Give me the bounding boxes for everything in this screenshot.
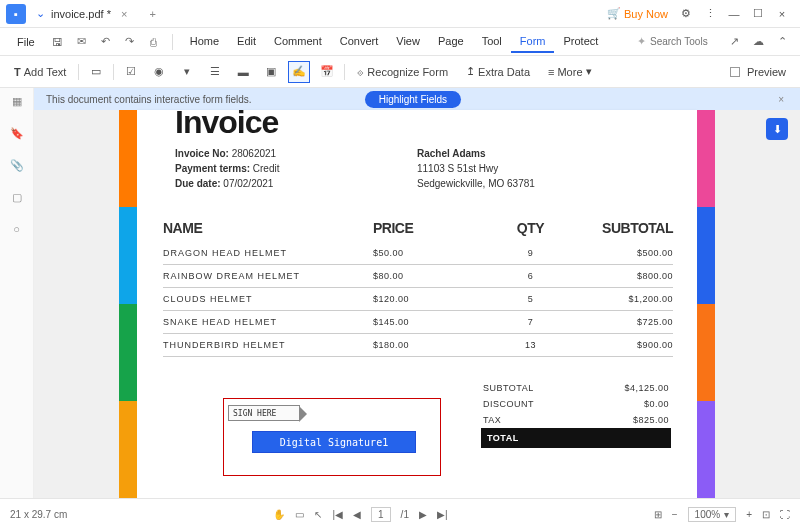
bookmarks-icon[interactable]: 🔖 — [8, 124, 26, 142]
minimize-button[interactable]: — — [722, 4, 746, 24]
checkbox-field-icon[interactable]: ☑ — [120, 61, 142, 83]
prev-page-icon[interactable]: ◀ — [353, 509, 361, 520]
close-banner-icon[interactable]: × — [774, 94, 788, 105]
menu-edit[interactable]: Edit — [228, 31, 265, 53]
banner-message: This document contains interactive form … — [46, 94, 252, 105]
fullscreen-icon[interactable]: ⛶ — [780, 509, 790, 520]
close-tab-icon[interactable]: × — [117, 8, 131, 20]
file-menu[interactable]: File — [8, 32, 44, 52]
table-row: CLOUDS HELMET$120.005$1,200.00 — [163, 288, 673, 311]
preview-toggle[interactable]: Preview — [724, 63, 792, 81]
button-field-icon[interactable]: ▬ — [232, 61, 254, 83]
menu-form[interactable]: Form — [511, 31, 555, 53]
menu-tool[interactable]: Tool — [473, 31, 511, 53]
page-dimensions: 21 x 29.7 cm — [10, 509, 67, 520]
menubar: File 🖫 ✉ ↶ ↷ ⎙ HomeEditCommentConvertVie… — [0, 28, 800, 56]
form-banner: This document contains interactive form … — [34, 88, 800, 110]
search-panel-icon[interactable]: ○ — [8, 220, 26, 238]
dropdown-field-icon[interactable]: ▾ — [176, 61, 198, 83]
view-mode-icon[interactable]: ⊡ — [762, 509, 770, 520]
cursor-tool-icon[interactable]: ↖ — [314, 509, 322, 520]
menu-comment[interactable]: Comment — [265, 31, 331, 53]
page-total: /1 — [401, 509, 409, 520]
help-icon[interactable]: ⌃ — [772, 32, 792, 52]
digital-signature-field[interactable]: Digital Signature1 — [252, 431, 416, 453]
document-page[interactable]: Invoice Invoice No: 28062021 Payment ter… — [137, 110, 697, 498]
select-tool-icon[interactable]: ▭ — [295, 509, 304, 520]
image-field-icon[interactable]: ▣ — [260, 61, 282, 83]
highlight-fields-button[interactable]: Highlight Fields — [365, 91, 461, 108]
wand-icon: ✦ — [637, 35, 646, 48]
redo-icon[interactable]: ↷ — [120, 32, 140, 52]
layers-icon[interactable]: ▢ — [8, 188, 26, 206]
col-subtotal: SUBTOTAL — [578, 220, 673, 236]
mail-icon[interactable]: ✉ — [72, 32, 92, 52]
table-row: RAINBOW DREAM HELMET$80.006$800.00 — [163, 265, 673, 288]
col-name: NAME — [163, 220, 373, 236]
table-row: SNAKE HEAD HELMET$145.007$725.00 — [163, 311, 673, 334]
zoom-level[interactable]: 100% ▾ — [688, 507, 737, 522]
statusbar: 21 x 29.7 cm ✋ ▭ ↖ |◀ ◀ 1 /1 ▶ ▶| ⊞ − 10… — [0, 498, 800, 530]
table-row: THUNDERBIRD HELMET$180.0013$900.00 — [163, 334, 673, 357]
extra-data-button[interactable]: ↥ Extra Data — [460, 62, 536, 81]
cloud-icon[interactable]: ☁ — [748, 32, 768, 52]
app-logo: ▪ — [6, 4, 26, 24]
customer-address: Rachel Adams 11103 S 51st Hwy Sedgewickv… — [417, 146, 535, 191]
signature-field-selection[interactable]: SIGN HERE Digital Signature1 — [223, 398, 441, 476]
menu-protect[interactable]: Protect — [554, 31, 607, 53]
form-toolbar: T Add Text ▭ ☑ ◉ ▾ ☰ ▬ ▣ ✍ 📅 ⟐ Recognize… — [0, 56, 800, 88]
zoom-in-icon[interactable]: + — [746, 509, 752, 520]
menu-home[interactable]: Home — [181, 31, 228, 53]
date-field-icon[interactable]: 📅 — [316, 61, 338, 83]
zoom-out-icon[interactable]: − — [672, 509, 678, 520]
left-sidebar: ▦ 🔖 📎 ▢ ○ — [0, 88, 34, 498]
fit-page-icon[interactable]: ⊞ — [654, 509, 662, 520]
maximize-button[interactable]: ☐ — [746, 4, 770, 24]
print-icon[interactable]: ⎙ — [144, 32, 164, 52]
recognize-form-button[interactable]: ⟐ Recognize Form — [351, 63, 454, 81]
search-tools[interactable]: ✦ — [637, 35, 720, 48]
settings-icon[interactable]: ⚙ — [674, 4, 698, 24]
more-button[interactable]: ≡ More ▾ — [542, 62, 597, 81]
menu-convert[interactable]: Convert — [331, 31, 388, 53]
thumbnails-icon[interactable]: ▦ — [8, 92, 26, 110]
radio-field-icon[interactable]: ◉ — [148, 61, 170, 83]
add-text-button[interactable]: T Add Text — [8, 63, 72, 81]
tab-filename: invoice.pdf * — [51, 8, 111, 20]
undo-icon[interactable]: ↶ — [96, 32, 116, 52]
invoice-heading: Invoice — [175, 104, 278, 141]
first-page-icon[interactable]: |◀ — [332, 509, 343, 520]
list-field-icon[interactable]: ☰ — [204, 61, 226, 83]
menu-view[interactable]: View — [387, 31, 429, 53]
new-tab-button[interactable]: + — [141, 8, 163, 20]
kebab-icon[interactable]: ⋮ — [698, 4, 722, 24]
share-icon[interactable]: ↗ — [724, 32, 744, 52]
col-qty: QTY — [483, 220, 578, 236]
col-price: PRICE — [373, 220, 483, 236]
signature-field-icon[interactable]: ✍ — [288, 61, 310, 83]
text-field-icon[interactable]: ▭ — [85, 61, 107, 83]
page-input[interactable]: 1 — [371, 507, 391, 522]
table-row: DRAGON HEAD HELMET$50.009$500.00 — [163, 242, 673, 265]
sign-here-label: SIGN HERE — [228, 405, 300, 421]
titlebar: ▪ ⌄ invoice.pdf * × + 🛒 Buy Now ⚙ ⋮ — ☐ … — [0, 0, 800, 28]
next-page-icon[interactable]: ▶ — [419, 509, 427, 520]
save-icon[interactable]: 🖫 — [48, 32, 68, 52]
totals-block: SUBTOTAL$4,125.00 DISCOUNT$0.00 TAX$825.… — [481, 380, 671, 448]
document-area: This document contains interactive form … — [34, 88, 800, 498]
hand-tool-icon[interactable]: ✋ — [273, 509, 285, 520]
search-input[interactable] — [650, 36, 720, 47]
buy-now-link[interactable]: 🛒 Buy Now — [601, 7, 674, 20]
menu-page[interactable]: Page — [429, 31, 473, 53]
decorative-stripe-right — [697, 110, 715, 498]
attachments-icon[interactable]: 📎 — [8, 156, 26, 174]
invoice-metadata: Invoice No: 28062021 Payment terms: Cred… — [175, 146, 280, 191]
document-tab[interactable]: ⌄ invoice.pdf * × — [26, 0, 141, 28]
last-page-icon[interactable]: ▶| — [437, 509, 448, 520]
line-items-table: NAME PRICE QTY SUBTOTAL DRAGON HEAD HELM… — [163, 220, 673, 357]
download-float-button[interactable]: ⬇ — [766, 118, 788, 140]
decorative-stripe-left — [119, 110, 137, 498]
close-window-button[interactable]: × — [770, 4, 794, 24]
